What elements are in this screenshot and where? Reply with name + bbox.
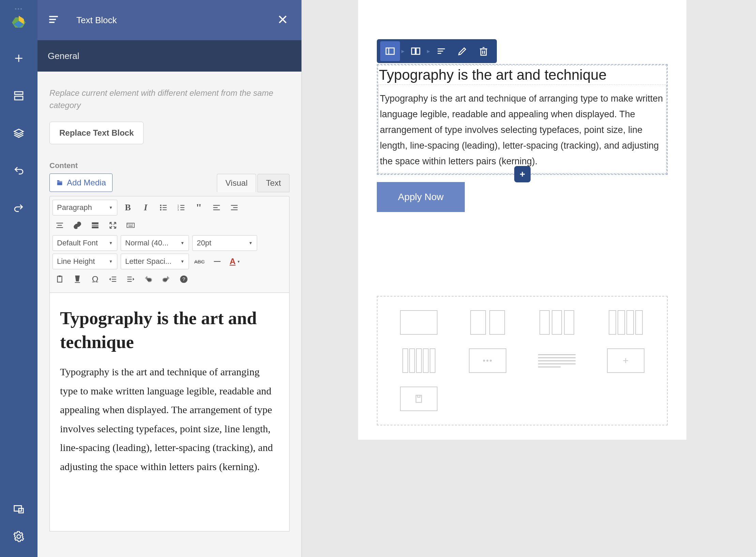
align-right-button[interactable]	[227, 200, 241, 215]
bullet-list-button[interactable]	[156, 200, 171, 215]
editor-paragraph[interactable]: Typography is the art and technique of a…	[60, 362, 279, 476]
add-media-button[interactable]: Add Media	[49, 174, 113, 192]
redo-icon[interactable]	[12, 201, 26, 215]
svg-point-17	[160, 207, 161, 208]
templates-icon[interactable]	[12, 89, 26, 103]
text-color-button[interactable]: A▼	[228, 254, 242, 269]
svg-rect-5	[15, 92, 23, 94]
svg-rect-46	[58, 276, 62, 282]
svg-rect-51	[127, 276, 132, 277]
outdent-button[interactable]	[106, 272, 120, 286]
selected-text-block[interactable]: Typography is the art and technique Typo…	[377, 64, 668, 175]
svg-rect-44	[129, 226, 133, 226]
fullscreen-button[interactable]	[106, 218, 120, 232]
add-element-below-icon[interactable]	[514, 166, 531, 182]
canvas-page: ▸ ▸ Typography is the art and technique …	[358, 0, 686, 440]
bold-button[interactable]: B	[121, 200, 135, 215]
svg-rect-26	[180, 209, 184, 210]
special-char-button[interactable]: Ω	[88, 272, 102, 286]
layout-text[interactable]	[538, 348, 576, 373]
layout-1col[interactable]	[400, 310, 438, 335]
settings-icon[interactable]	[12, 530, 26, 543]
svg-rect-37	[92, 225, 99, 226]
italic-button[interactable]: I	[138, 200, 153, 215]
add-media-label: Add Media	[67, 178, 106, 187]
link-button[interactable]	[70, 218, 85, 232]
close-icon[interactable]	[278, 14, 288, 26]
svg-text:?: ?	[182, 276, 185, 282]
undo-button[interactable]	[141, 272, 155, 286]
layout-4col[interactable]	[607, 310, 644, 335]
left-rail: ●●●	[0, 0, 38, 557]
size-select[interactable]: 20pt▼	[192, 235, 257, 251]
tab-general[interactable]: General	[48, 51, 79, 61]
layout-template[interactable]	[400, 387, 438, 411]
strikethrough-button[interactable]: ABC	[192, 254, 207, 269]
column-icon[interactable]	[406, 41, 426, 61]
svg-rect-29	[213, 209, 220, 210]
svg-rect-33	[56, 223, 63, 223]
editor-content[interactable]: Typography is the art and technique Typo…	[49, 293, 290, 531]
layout-3col[interactable]	[538, 310, 576, 335]
help-button[interactable]: ?	[177, 272, 191, 286]
app-logo-icon[interactable]	[10, 14, 27, 31]
layout-more[interactable]: •••	[469, 348, 506, 373]
svg-rect-45	[214, 261, 221, 262]
content-label: Content	[49, 161, 290, 170]
svg-rect-22	[180, 205, 184, 206]
tab-visual[interactable]: Visual	[217, 174, 256, 192]
add-element-icon[interactable]	[12, 51, 26, 65]
undo-icon[interactable]	[12, 164, 26, 178]
font-select[interactable]: Default Font▼	[53, 235, 117, 251]
svg-rect-20	[163, 209, 167, 210]
edit-icon[interactable]	[453, 41, 472, 61]
svg-rect-50	[112, 281, 116, 282]
layout-2col[interactable]	[469, 310, 506, 335]
align-left-button[interactable]	[209, 200, 224, 215]
clear-format-button[interactable]	[70, 272, 85, 286]
svg-rect-42	[131, 224, 131, 225]
layout-5col[interactable]	[400, 348, 438, 373]
responsive-icon[interactable]	[12, 502, 26, 516]
numbered-list-button[interactable]: 123	[174, 200, 188, 215]
media-icon	[56, 179, 63, 186]
svg-rect-56	[386, 48, 394, 55]
insert-row-button[interactable]	[88, 218, 102, 232]
weight-select[interactable]: Normal (40...▼	[121, 235, 189, 251]
canvas-heading[interactable]: Typography is the art and technique	[378, 65, 666, 85]
apply-now-button[interactable]: Apply Now	[377, 182, 465, 212]
indent-button[interactable]	[123, 272, 138, 286]
svg-rect-52	[127, 279, 132, 280]
delete-icon[interactable]	[474, 41, 493, 61]
svg-rect-49	[112, 279, 116, 280]
svg-rect-32	[231, 209, 238, 210]
svg-rect-36	[92, 222, 99, 224]
replace-text-block-button[interactable]: Replace Text Block	[49, 122, 144, 144]
align-center-button[interactable]	[53, 218, 67, 232]
layers-icon[interactable]	[12, 126, 26, 140]
svg-rect-34	[58, 225, 62, 226]
editor-heading[interactable]: Typography is the art and technique	[60, 306, 279, 354]
blockquote-button[interactable]: "	[192, 200, 206, 215]
svg-rect-39	[127, 223, 134, 228]
svg-rect-28	[213, 207, 218, 208]
paste-button[interactable]	[53, 272, 67, 286]
row-icon[interactable]	[380, 41, 400, 61]
hr-button[interactable]	[210, 254, 224, 269]
tab-text[interactable]: Text	[257, 174, 290, 192]
text-block-icon	[48, 14, 59, 27]
svg-rect-35	[56, 227, 63, 228]
keyboard-button[interactable]	[123, 218, 138, 232]
svg-rect-41	[129, 224, 130, 225]
text-element-icon[interactable]	[431, 41, 451, 61]
lineheight-select[interactable]: Line Height▼	[53, 254, 117, 269]
svg-rect-16	[163, 205, 167, 206]
redo-button[interactable]	[159, 272, 173, 286]
format-select[interactable]: Paragraph▼	[53, 200, 117, 215]
layout-add[interactable]: +	[607, 348, 644, 373]
element-toolbar: ▸ ▸	[377, 39, 497, 63]
letterspacing-select[interactable]: Letter Spaci...▼	[121, 254, 189, 269]
svg-rect-70	[416, 395, 421, 403]
canvas-paragraph[interactable]: Typography is the art and technique of a…	[378, 85, 666, 174]
canvas: ▸ ▸ Typography is the art and technique …	[302, 0, 756, 557]
